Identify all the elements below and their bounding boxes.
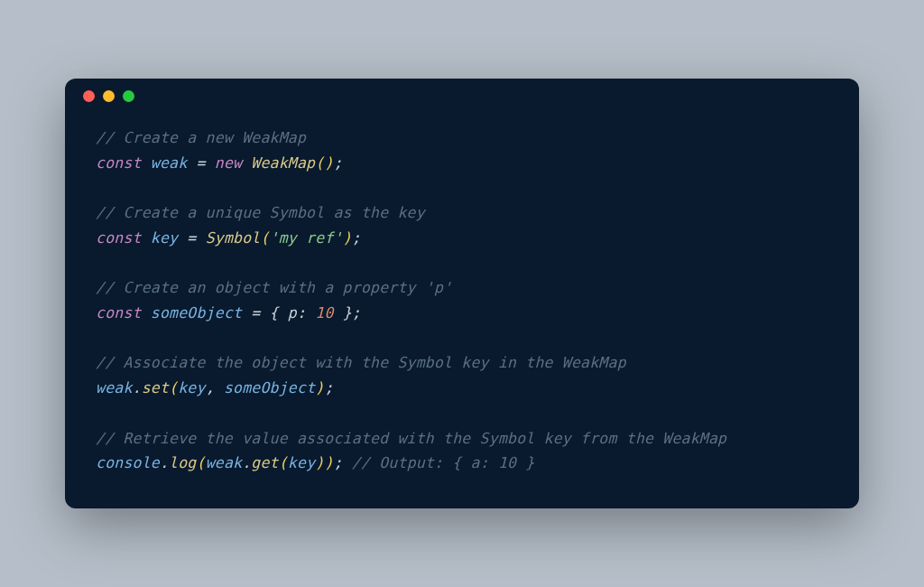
blank-line: [96, 401, 828, 426]
identifier: weak: [96, 379, 133, 396]
paren-close: ): [315, 454, 324, 471]
identifier: console: [96, 454, 160, 471]
code-line: // Create a new WeakMap: [96, 126, 828, 151]
brace-close: }: [334, 304, 352, 321]
keyword-const: const: [96, 304, 142, 321]
semicolon: ;: [352, 229, 361, 247]
paren-close: ): [324, 154, 333, 172]
method-name: log: [169, 454, 196, 471]
identifier: key: [142, 229, 188, 247]
method-name: set: [142, 379, 169, 396]
paren-open: (: [169, 379, 178, 396]
property-name: p: [288, 304, 297, 321]
code-line: // Associate the object with the Symbol …: [96, 350, 828, 376]
comma: ,: [206, 379, 224, 396]
code-line: const weak = new WeakMap();: [96, 151, 828, 176]
code-line: // Create a unique Symbol as the key: [96, 200, 828, 226]
code-area: // Create a new WeakMap const weak = new…: [65, 115, 859, 508]
method-name: get: [251, 454, 278, 471]
blank-line: [96, 251, 828, 276]
paren-close: ): [324, 454, 333, 471]
identifier: key: [288, 454, 315, 471]
colon: :: [297, 304, 315, 321]
code-line: console.log(weak.get(key)); // Output: {…: [96, 451, 828, 476]
semicolon: ;: [334, 454, 343, 471]
operator: =: [196, 154, 214, 172]
comment-text: // Associate the object with the Symbol …: [96, 354, 626, 371]
code-line: weak.set(key, someObject);: [96, 376, 828, 401]
string-literal: 'my ref': [270, 229, 343, 247]
identifier: someObject: [142, 304, 252, 321]
paren-close: ): [315, 379, 324, 396]
comment-text: // Retrieve the value associated with th…: [96, 430, 726, 447]
code-line: // Create an object with a property 'p': [96, 275, 828, 301]
operator: =: [251, 304, 269, 321]
dot: .: [242, 454, 251, 471]
identifier: key: [178, 379, 205, 396]
code-line: // Retrieve the value associated with th…: [96, 426, 828, 452]
blank-line: [96, 175, 828, 200]
class-name: WeakMap: [251, 154, 315, 172]
class-name: Symbol: [206, 229, 261, 247]
number-literal: 10: [315, 304, 333, 321]
dot: .: [160, 454, 169, 471]
title-bar: [65, 79, 859, 115]
blank-line: [96, 326, 828, 351]
semicolon: ;: [334, 154, 343, 172]
keyword-new: new: [215, 154, 242, 172]
comment-text: // Output: { a: 10 }: [352, 454, 535, 471]
identifier: someObject: [224, 379, 315, 396]
comment-text: // Create a unique Symbol as the key: [96, 204, 425, 221]
paren-open: (: [279, 454, 288, 471]
minimize-icon[interactable]: [103, 90, 115, 102]
code-line: const someObject = { p: 10 };: [96, 301, 828, 326]
paren-open: (: [315, 154, 324, 172]
identifier: weak: [142, 154, 197, 172]
keyword-const: const: [96, 229, 142, 247]
paren-open: (: [260, 229, 269, 247]
semicolon: ;: [352, 304, 361, 321]
identifier: weak: [206, 454, 243, 471]
paren-close: ): [343, 229, 352, 247]
maximize-icon[interactable]: [123, 90, 134, 102]
brace-open: {: [270, 304, 288, 321]
close-icon[interactable]: [83, 90, 95, 102]
dot: .: [133, 379, 142, 396]
operator: =: [187, 229, 205, 247]
semicolon: ;: [324, 379, 333, 396]
code-line: const key = Symbol('my ref');: [96, 226, 828, 251]
comment-text: // Create an object with a property 'p': [96, 279, 452, 296]
code-editor-window: // Create a new WeakMap const weak = new…: [65, 79, 859, 508]
keyword-const: const: [96, 154, 142, 172]
comment-text: // Create a new WeakMap: [96, 129, 306, 146]
paren-open: (: [196, 454, 205, 471]
